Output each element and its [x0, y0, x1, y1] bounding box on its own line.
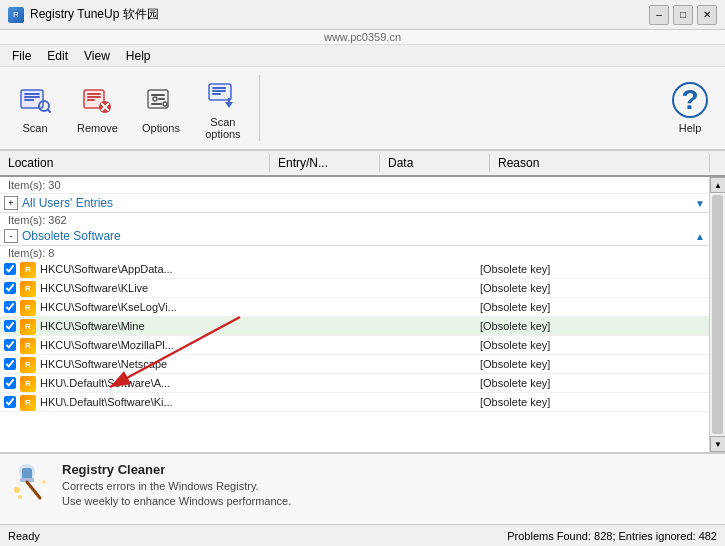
menu-help[interactable]: Help [118, 47, 159, 65]
row-location-1: HKCU\Software\AppData... [40, 263, 260, 275]
menu-edit[interactable]: Edit [39, 47, 76, 65]
col-header-data[interactable]: Data [380, 154, 490, 172]
info-panel-line2: Use weekly to enhance Windows performanc… [62, 494, 291, 509]
table-row: R HKCU\Software\KLive [Obsolete key] [0, 279, 725, 298]
remove-label: Remove [77, 122, 118, 134]
scan-options-button[interactable]: Scan options [193, 71, 253, 145]
group-obsolete-software[interactable]: - Obsolete Software ▲ [0, 227, 725, 246]
row-checkbox-1[interactable] [0, 263, 20, 275]
row-checkbox-7[interactable] [0, 377, 20, 389]
reg-icon-8: R [20, 394, 36, 410]
remove-button[interactable]: Remove [66, 71, 129, 145]
table-row: R HKCU\Software\KseLogVi... [Obsolete ke… [0, 298, 725, 317]
menu-file[interactable]: File [4, 47, 39, 65]
all-users-collapse-arrow[interactable]: ▼ [695, 198, 705, 209]
row-checkbox-4[interactable] [0, 320, 20, 332]
info-panel-title: Registry Cleaner [62, 462, 291, 477]
minimize-button[interactable]: – [649, 5, 669, 25]
reg-icon-7: R [20, 375, 36, 391]
svg-line-30 [27, 482, 40, 498]
row-reason-6: [Obsolete key] [480, 358, 725, 370]
window-title: Registry TuneUp 软件园 [30, 6, 159, 23]
expand-obsolete[interactable]: - [4, 229, 18, 243]
row-reason-3: [Obsolete key] [480, 301, 725, 313]
svg-point-31 [14, 487, 20, 493]
scroll-down-button[interactable]: ▼ [710, 436, 725, 452]
obsolete-collapse-arrow[interactable]: ▲ [695, 231, 705, 242]
svg-rect-16 [158, 98, 165, 100]
help-label: Help [679, 122, 702, 134]
svg-rect-3 [24, 99, 34, 101]
col-header-entry[interactable]: Entry/N... [270, 154, 380, 172]
title-bar-left: R Registry TuneUp 软件园 [8, 6, 159, 23]
svg-rect-9 [87, 99, 95, 101]
info-panel-icon [12, 462, 52, 502]
group-obsolete-title: Obsolete Software [22, 229, 121, 243]
svg-rect-18 [151, 103, 162, 105]
main-area: Location Entry/N... Data Reason Item(s):… [0, 151, 725, 452]
row-checkbox-6[interactable] [0, 358, 20, 370]
group-all-users-title: All Users' Entries [22, 196, 113, 210]
reg-icon-3: R [20, 299, 36, 315]
table-row: R HKCU\Software\AppData... [Obsolete key… [0, 260, 725, 279]
reg-icon-5: R [20, 337, 36, 353]
svg-rect-21 [212, 90, 226, 92]
menu-view[interactable]: View [76, 47, 118, 65]
group-all-users[interactable]: + All Users' Entries ▼ [0, 194, 725, 213]
toolbar-separator [259, 75, 260, 141]
options-button[interactable]: Options [131, 71, 191, 145]
status-right: Problems Found: 828; Entries ignored: 48… [507, 530, 717, 542]
svg-rect-20 [212, 87, 226, 89]
options-icon [143, 82, 179, 118]
col-header-reason[interactable]: Reason [490, 154, 709, 172]
svg-rect-22 [212, 93, 221, 95]
maximize-button[interactable]: □ [673, 5, 693, 25]
help-icon: ? [672, 82, 708, 118]
scrollbar-thumb[interactable] [712, 195, 723, 434]
title-bar-controls: – □ ✕ [649, 5, 717, 25]
svg-rect-2 [24, 96, 40, 98]
expand-all-users[interactable]: + [4, 196, 18, 210]
reg-icon-1: R [20, 261, 36, 277]
help-button[interactable]: ? Help [661, 71, 719, 145]
reg-icon-2: R [20, 280, 36, 296]
info-panel: Registry Cleaner Corrects errors in the … [0, 452, 725, 524]
table-row: R HKU\.Default\Software\A... [Obsolete k… [0, 374, 725, 393]
row-checkbox-5[interactable] [0, 339, 20, 351]
row-location-6: HKCU\Software\Netscape [40, 358, 260, 370]
svg-rect-14 [151, 94, 165, 96]
table-header: Location Entry/N... Data Reason [0, 151, 725, 177]
table-row: R HKCU\Software\Netscape [Obsolete key] [0, 355, 725, 374]
status-left: Ready [8, 530, 40, 542]
row-location-2: HKCU\Software\KLive [40, 282, 260, 294]
row-location-5: HKCU\Software\MozillaPl... [40, 339, 260, 351]
table-row: R HKCU\Software\Mine [Obsolete key] [0, 317, 725, 336]
close-button[interactable]: ✕ [697, 5, 717, 25]
row-reason-8: [Obsolete key] [480, 396, 725, 408]
svg-point-32 [42, 480, 46, 484]
scan-button[interactable]: Scan [6, 71, 64, 145]
row-reason-1: [Obsolete key] [480, 263, 725, 275]
row-checkbox-8[interactable] [0, 396, 20, 408]
row-reason-5: [Obsolete key] [480, 339, 725, 351]
scan-icon [17, 82, 53, 118]
svg-rect-1 [24, 93, 40, 95]
table-row: R HKCU\Software\MozillaPl... [Obsolete k… [0, 336, 725, 355]
row-checkbox-2[interactable] [0, 282, 20, 294]
scrollbar[interactable]: ▲ ▼ [709, 177, 725, 452]
row-checkbox-3[interactable] [0, 301, 20, 313]
col-header-location[interactable]: Location [0, 154, 270, 172]
scroll-up-button[interactable]: ▲ [710, 177, 725, 193]
row-location-8: HKU\.Default\Software\Ki... [40, 396, 260, 408]
scan-options-label: Scan options [205, 116, 240, 140]
row-reason-7: [Obsolete key] [480, 377, 725, 389]
title-bar: R Registry TuneUp 软件园 – □ ✕ [0, 0, 725, 30]
svg-rect-24 [228, 98, 230, 102]
row-location-3: HKCU\Software\KseLogVi... [40, 301, 260, 313]
reg-icon-6: R [20, 356, 36, 372]
obsolete-count: Item(s): 8 [0, 246, 725, 260]
menu-bar: File Edit View Help [0, 45, 725, 67]
status-bar: Ready Problems Found: 828; Entries ignor… [0, 524, 725, 546]
svg-rect-8 [87, 96, 101, 98]
svg-marker-23 [225, 102, 233, 108]
